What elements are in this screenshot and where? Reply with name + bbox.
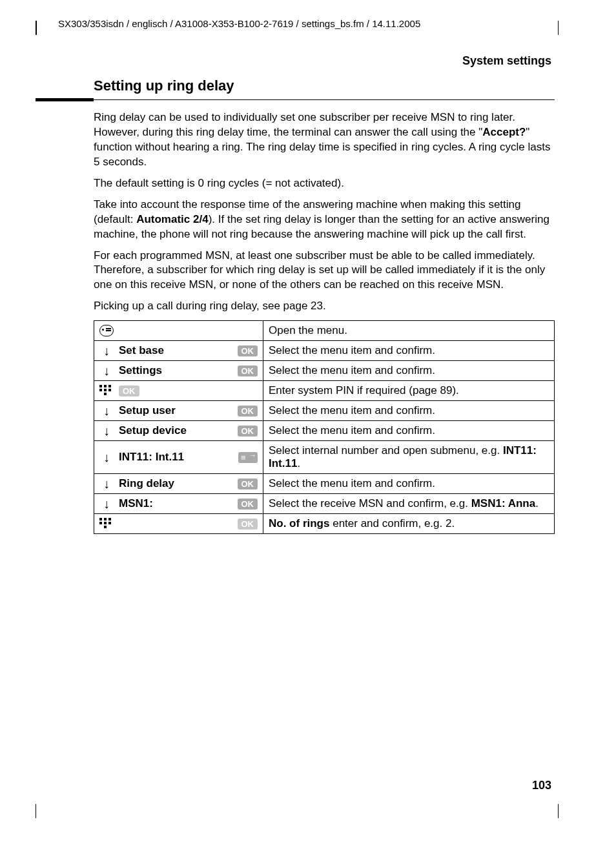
table-row: ↓ Setup device OK Select the menu item a… bbox=[94, 421, 555, 441]
arrow-down-icon: ↓ bbox=[103, 477, 110, 490]
text: Ring delay can be used to individually s… bbox=[94, 111, 515, 138]
section-label: System settings bbox=[462, 54, 551, 68]
page-number: 103 bbox=[532, 779, 551, 792]
step-desc: Enter system PIN if required (page 89). bbox=[263, 381, 555, 401]
arrow-down-icon: ↓ bbox=[103, 424, 110, 437]
table-row: ↓ Ring delay OK Select the menu item and… bbox=[94, 474, 555, 494]
arrow-down-icon: ↓ bbox=[103, 404, 110, 417]
step-label: Set base bbox=[119, 344, 232, 357]
table-row: ↓ Set base OK Select the menu item and c… bbox=[94, 341, 555, 361]
text: Select the receive MSN and confirm, e.g. bbox=[269, 497, 471, 509]
step-desc: Select the menu item and confirm. bbox=[263, 361, 555, 381]
table-row: Open the menu. bbox=[94, 321, 555, 341]
arrow-down-icon: ↓ bbox=[103, 364, 110, 377]
submenu-icon: ≡→ bbox=[238, 452, 258, 463]
step-label: Setup user bbox=[119, 404, 232, 417]
body-text: Ring delay can be used to individually s… bbox=[94, 110, 555, 314]
crop-mark bbox=[558, 21, 572, 35]
table-row: ↓ MSN1: OK Select the receive MSN and co… bbox=[94, 494, 555, 514]
table-row: ↓ Settings OK Select the menu item and c… bbox=[94, 361, 555, 381]
step-label: MSN1: bbox=[119, 497, 232, 510]
paragraph: Picking up a call during ring delay, see… bbox=[94, 299, 555, 314]
paragraph: Take into account the response time of t… bbox=[94, 198, 555, 242]
crop-mark bbox=[22, 804, 36, 818]
step-desc: Select the receive MSN and confirm, e.g.… bbox=[263, 494, 555, 514]
step-label: Settings bbox=[119, 364, 232, 377]
text: enter and confirm, e.g. 2. bbox=[329, 517, 455, 530]
step-label: Setup device bbox=[119, 424, 232, 437]
paragraph: For each programmed MSN, at least one su… bbox=[94, 249, 555, 293]
ok-badge: OK bbox=[238, 365, 258, 376]
step-desc: Open the menu. bbox=[263, 321, 555, 341]
ok-badge: OK bbox=[238, 345, 258, 356]
step-desc: Select the menu item and confirm. bbox=[263, 401, 555, 421]
text-bold: Accept? bbox=[482, 126, 526, 138]
table-row: ↓ INT11: Int.11 ≡→ Select internal numbe… bbox=[94, 441, 555, 474]
crop-mark bbox=[558, 804, 572, 818]
ok-badge: OK bbox=[119, 386, 139, 396]
step-desc: Select internal number and open submenu,… bbox=[263, 441, 555, 474]
page-title: Setting up ring delay bbox=[94, 77, 234, 94]
text: Select internal number and open submenu,… bbox=[269, 444, 503, 457]
table-row: OK No. of rings enter and confirm, e.g. … bbox=[94, 514, 555, 534]
title-row: Setting up ring delay bbox=[36, 77, 555, 94]
text: . bbox=[297, 457, 300, 469]
ok-badge: OK bbox=[238, 406, 258, 417]
header-path: SX303/353isdn / englisch / A31008-X353-B… bbox=[58, 18, 420, 29]
content: Setting up ring delay Ring delay can be … bbox=[36, 77, 555, 534]
menu-open-icon bbox=[99, 325, 114, 336]
ok-badge: OK bbox=[238, 519, 258, 530]
text-bold: Automatic 2/4 bbox=[136, 213, 208, 225]
keypad-icon bbox=[99, 518, 114, 530]
step-desc: Select the menu item and confirm. bbox=[263, 341, 555, 361]
ok-badge: OK bbox=[238, 479, 258, 489]
text-bold: MSN1: Anna bbox=[471, 497, 536, 509]
table-row: OK Enter system PIN if required (page 89… bbox=[94, 381, 555, 401]
step-desc: Select the menu item and confirm. bbox=[263, 474, 555, 494]
arrow-down-icon: ↓ bbox=[103, 344, 110, 357]
crop-mark bbox=[22, 21, 36, 35]
ok-badge: OK bbox=[238, 499, 258, 509]
step-desc: No. of rings enter and confirm, e.g. 2. bbox=[263, 514, 555, 534]
text: . bbox=[535, 497, 539, 509]
step-desc: Select the menu item and confirm. bbox=[263, 421, 555, 441]
paragraph: Ring delay can be used to individually s… bbox=[94, 110, 555, 170]
arrow-down-icon: ↓ bbox=[103, 497, 110, 510]
step-label: Ring delay bbox=[119, 477, 232, 490]
paragraph: The default setting is 0 ring cycles (= … bbox=[94, 176, 555, 191]
page: SX303/353isdn / englisch / A31008-X353-B… bbox=[0, 0, 616, 844]
text-bold: No. of rings bbox=[269, 517, 329, 530]
keypad-icon bbox=[99, 385, 114, 396]
table-row: ↓ Setup user OK Select the menu item and… bbox=[94, 401, 555, 421]
title-rule bbox=[36, 98, 555, 101]
arrow-down-icon: ↓ bbox=[103, 451, 110, 464]
steps-table: Open the menu. ↓ Set base OK Select the … bbox=[94, 320, 555, 534]
ok-badge: OK bbox=[238, 426, 258, 437]
step-label: INT11: Int.11 bbox=[119, 451, 233, 464]
